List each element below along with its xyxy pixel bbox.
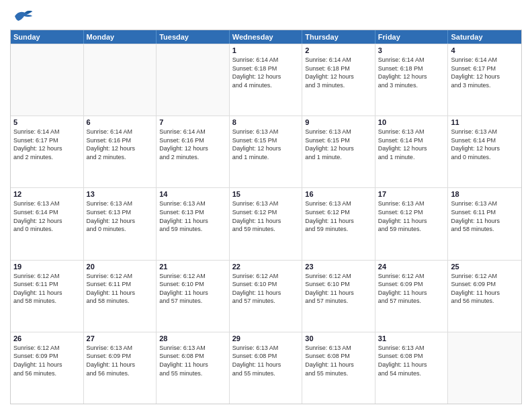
cell-line: and 2 minutes. <box>87 153 154 162</box>
cell-line: and 57 minutes. <box>305 297 372 306</box>
day-number: 30 <box>305 334 372 342</box>
cell-line: and 2 minutes. <box>159 153 226 162</box>
cell-line: Daylight: 11 hours <box>159 289 226 298</box>
day-number: 10 <box>378 118 445 126</box>
cell-line: Sunset: 6:10 PM <box>232 280 300 289</box>
cal-header-day-monday: Monday <box>84 30 157 44</box>
cal-cell-empty-0-2 <box>157 44 230 116</box>
cell-line: Sunrise: 6:14 AM <box>13 128 81 136</box>
day-number: 31 <box>378 334 445 342</box>
cal-week-3: 12Sunrise: 6:13 AMSunset: 6:14 PMDayligh… <box>11 187 521 259</box>
cell-line: Daylight: 11 hours <box>87 289 154 298</box>
cell-line: and 56 minutes. <box>13 369 81 378</box>
day-number: 4 <box>451 46 519 54</box>
cell-line: and 56 minutes. <box>87 369 154 378</box>
cell-line: Daylight: 12 hours <box>451 73 519 81</box>
cell-line: Daylight: 11 hours <box>13 289 81 298</box>
header <box>10 7 522 26</box>
cell-line: Sunrise: 6:12 AM <box>451 272 519 281</box>
cell-line: Sunrise: 6:13 AM <box>159 199 226 208</box>
cell-line: Daylight: 12 hours <box>378 144 445 153</box>
cell-line: Sunrise: 6:14 AM <box>87 128 154 136</box>
cell-line: and 57 minutes. <box>232 297 300 306</box>
day-number: 6 <box>87 118 154 126</box>
day-number: 7 <box>159 118 226 126</box>
cell-line: Daylight: 12 hours <box>232 144 300 153</box>
day-number: 28 <box>159 334 226 342</box>
cell-line: Sunset: 6:10 PM <box>159 280 226 289</box>
cell-line: and 59 minutes. <box>159 225 226 234</box>
day-number: 27 <box>87 334 154 342</box>
cal-cell-9: 9Sunrise: 6:13 AMSunset: 6:15 PMDaylight… <box>302 116 375 187</box>
cal-cell-3: 3Sunrise: 6:14 AMSunset: 6:18 PMDaylight… <box>375 44 449 116</box>
logo-icon <box>10 7 34 26</box>
cal-cell-24: 24Sunrise: 6:12 AMSunset: 6:09 PMDayligh… <box>375 261 449 332</box>
cell-line: Sunset: 6:12 PM <box>232 208 300 217</box>
page: SundayMondayTuesdayWednesdayThursdayFrid… <box>0 0 532 411</box>
cell-line: Sunrise: 6:13 AM <box>232 128 300 136</box>
cell-line: and 57 minutes. <box>378 297 445 306</box>
cell-line: and 1 minute. <box>378 153 445 162</box>
cell-line: and 1 minute. <box>305 153 372 162</box>
cell-line: and 59 minutes. <box>305 225 372 234</box>
cell-line: Sunset: 6:08 PM <box>232 352 300 361</box>
cell-line: Daylight: 11 hours <box>378 361 445 369</box>
cell-line: Sunset: 6:18 PM <box>378 64 445 73</box>
cell-line: Daylight: 11 hours <box>232 361 300 369</box>
day-number: 9 <box>305 118 372 126</box>
day-number: 24 <box>378 263 445 271</box>
cell-line: Sunrise: 6:12 AM <box>378 272 445 281</box>
cal-cell-8: 8Sunrise: 6:13 AMSunset: 6:15 PMDaylight… <box>230 116 303 187</box>
cal-week-5: 26Sunrise: 6:12 AMSunset: 6:09 PMDayligh… <box>11 332 521 404</box>
cell-line: Daylight: 11 hours <box>305 217 372 226</box>
cell-line: Sunset: 6:12 PM <box>305 208 372 217</box>
cell-line: and 59 minutes. <box>378 225 445 234</box>
day-number: 25 <box>451 263 519 271</box>
day-number: 13 <box>87 190 154 198</box>
cell-line: Daylight: 11 hours <box>305 361 372 369</box>
day-number: 18 <box>451 190 519 198</box>
cell-line: Sunrise: 6:14 AM <box>451 56 519 64</box>
cell-line: Sunset: 6:12 PM <box>378 208 445 217</box>
cal-header-day-wednesday: Wednesday <box>230 30 303 44</box>
cell-line: and 3 minutes. <box>451 81 519 90</box>
cell-line: Daylight: 11 hours <box>305 289 372 298</box>
cell-line: Sunset: 6:15 PM <box>232 136 300 145</box>
cell-line: Sunrise: 6:13 AM <box>451 199 519 208</box>
cell-line: Sunrise: 6:13 AM <box>451 128 519 136</box>
cal-cell-27: 27Sunrise: 6:13 AMSunset: 6:09 PMDayligh… <box>84 332 157 404</box>
cell-line: Sunrise: 6:14 AM <box>305 56 372 64</box>
cell-line: Sunrise: 6:12 AM <box>232 272 300 281</box>
cell-line: and 55 minutes. <box>305 369 372 378</box>
day-number: 14 <box>159 190 226 198</box>
day-number: 12 <box>13 190 81 198</box>
cal-cell-empty-4-6 <box>448 332 521 404</box>
cell-line: Sunrise: 6:13 AM <box>159 344 226 353</box>
cell-line: Sunset: 6:11 PM <box>451 208 519 217</box>
cell-line: Daylight: 11 hours <box>159 217 226 226</box>
cell-line: Daylight: 11 hours <box>13 361 81 369</box>
cal-cell-15: 15Sunrise: 6:13 AMSunset: 6:12 PMDayligh… <box>230 188 303 259</box>
cell-line: Sunset: 6:11 PM <box>87 280 154 289</box>
cal-cell-5: 5Sunrise: 6:14 AMSunset: 6:17 PMDaylight… <box>11 116 84 187</box>
day-number: 16 <box>305 190 372 198</box>
cell-line: and 55 minutes. <box>159 369 226 378</box>
cal-cell-4: 4Sunrise: 6:14 AMSunset: 6:17 PMDaylight… <box>448 44 521 116</box>
cell-line: Sunrise: 6:13 AM <box>232 199 300 208</box>
cell-line: Sunrise: 6:13 AM <box>378 128 445 136</box>
day-number: 20 <box>87 263 154 271</box>
day-number: 29 <box>232 334 300 342</box>
cal-header-day-thursday: Thursday <box>302 30 375 44</box>
cell-line: Sunrise: 6:13 AM <box>13 199 81 208</box>
day-number: 2 <box>305 46 372 54</box>
cal-cell-empty-0-0 <box>11 44 84 116</box>
day-number: 22 <box>232 263 300 271</box>
cal-cell-22: 22Sunrise: 6:12 AMSunset: 6:10 PMDayligh… <box>230 261 303 332</box>
cal-cell-10: 10Sunrise: 6:13 AMSunset: 6:14 PMDayligh… <box>375 116 449 187</box>
cell-line: Sunset: 6:08 PM <box>305 352 372 361</box>
cell-line: and 54 minutes. <box>378 369 445 378</box>
day-number: 23 <box>305 263 372 271</box>
cal-cell-20: 20Sunrise: 6:12 AMSunset: 6:11 PMDayligh… <box>84 261 157 332</box>
cell-line: Sunrise: 6:12 AM <box>159 272 226 281</box>
cell-line: Sunset: 6:09 PM <box>13 352 81 361</box>
